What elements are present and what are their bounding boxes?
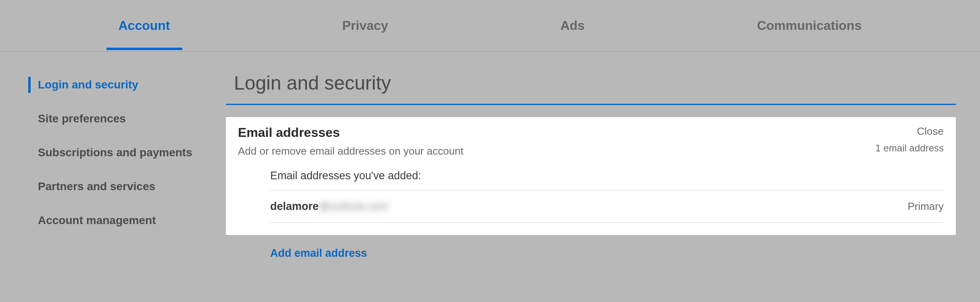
panel-title: Email addresses: [238, 125, 876, 140]
top-tabs: Account Privacy Ads Communications: [0, 0, 980, 52]
sidebar-item-login-security[interactable]: Login and security: [28, 72, 226, 98]
email-count: 1 email address: [876, 143, 944, 153]
tab-ads[interactable]: Ads: [548, 2, 596, 49]
sidebar-item-label: Site preferences: [38, 112, 126, 125]
tab-privacy[interactable]: Privacy: [330, 2, 400, 49]
email-address-hidden: @outlook.com: [319, 200, 388, 212]
tab-account[interactable]: Account: [106, 2, 182, 49]
divider: [270, 222, 944, 223]
add-email-link[interactable]: Add email address: [226, 235, 367, 260]
sidebar: Login and security Site preferences Subs…: [0, 72, 226, 260]
sidebar-item-site-preferences[interactable]: Site preferences: [28, 106, 226, 132]
sidebar-item-label: Login and security: [38, 78, 138, 91]
sidebar-item-label: Subscriptions and payments: [38, 146, 192, 159]
email-row: delamore@outlook.com Primary: [270, 191, 944, 222]
panel-subtitle: Add or remove email addresses on your ac…: [238, 145, 876, 157]
main-content: Login and security Email addresses Add o…: [226, 72, 980, 260]
sidebar-item-label: Partners and services: [38, 180, 155, 193]
close-button[interactable]: Close: [876, 125, 944, 138]
sidebar-item-account-management[interactable]: Account management: [28, 208, 226, 233]
sidebar-item-label: Account management: [38, 214, 156, 226]
tab-communications[interactable]: Communications: [745, 2, 874, 49]
email-list-title: Email addresses you've added:: [270, 170, 944, 182]
sidebar-item-subscriptions-payments[interactable]: Subscriptions and payments: [28, 140, 226, 166]
page-title: Login and security: [226, 72, 956, 105]
sidebar-item-partners-services[interactable]: Partners and services: [28, 174, 226, 199]
email-address: delamore@outlook.com: [270, 200, 388, 213]
email-address-visible: delamore: [270, 200, 319, 212]
primary-badge: Primary: [907, 200, 944, 213]
email-addresses-panel: Email addresses Add or remove email addr…: [226, 117, 956, 235]
